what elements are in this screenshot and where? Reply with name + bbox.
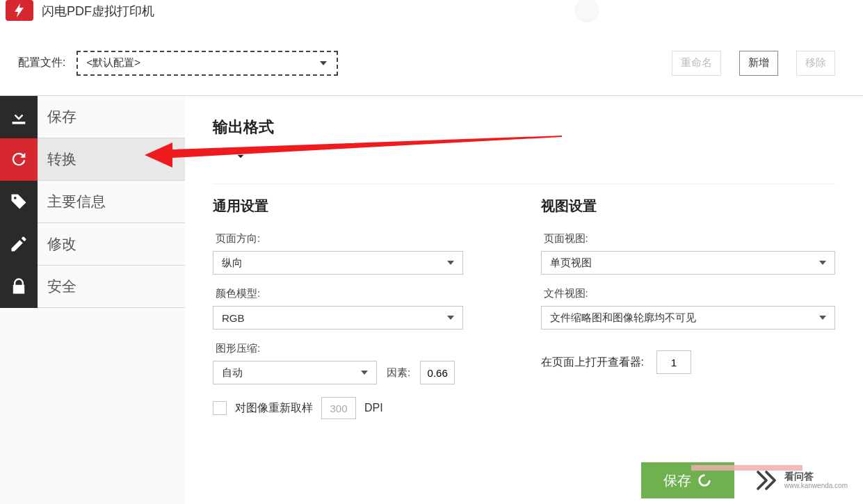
- save-button-label: 保存: [663, 471, 691, 490]
- page-orientation-value: 纵向: [222, 257, 243, 270]
- sidebar-item-convert[interactable]: 转换: [0, 138, 185, 181]
- app-title: 闪电PDF虚拟打印机: [42, 3, 154, 19]
- svg-point-2: [700, 475, 710, 486]
- file-view-value: 文件缩略图和图像轮廓均不可见: [550, 311, 696, 325]
- tag-icon: [0, 181, 38, 223]
- divider: [213, 184, 835, 184]
- profile-label: 配置文件:: [18, 56, 65, 70]
- resample-label: 对图像重新取样: [235, 401, 313, 416]
- rename-button[interactable]: 重命名: [672, 51, 721, 76]
- sidebar-item-label: 转换: [38, 149, 76, 169]
- chevron-down-icon: [447, 316, 454, 320]
- chevron-down-icon: [361, 371, 368, 375]
- chevron-down-icon: [819, 261, 826, 265]
- app-logo-icon: [6, 0, 33, 21]
- resample-dpi-input[interactable]: [321, 397, 356, 419]
- open-page-input[interactable]: [656, 350, 691, 374]
- watermark-name: 看问答: [784, 471, 848, 482]
- page-orientation-select[interactable]: 纵向: [213, 251, 463, 275]
- factor-label: 因素:: [387, 366, 410, 380]
- resample-checkbox[interactable]: [213, 401, 227, 415]
- pencil-icon: [0, 223, 38, 266]
- sidebar-item-label: 主要信息: [38, 192, 106, 211]
- page-orientation-label: 页面方向:: [216, 232, 508, 245]
- sidebar-item-label: 保存: [38, 107, 76, 127]
- factor-input[interactable]: [420, 361, 455, 384]
- content-panel: 输出格式 通用设置 页面方向: 纵向 颜色模型: RGB 图形压缩:: [185, 96, 863, 504]
- general-settings-column: 通用设置 页面方向: 纵向 颜色模型: RGB 图形压缩: 自动: [213, 197, 508, 419]
- profile-selected: <默认配置>: [86, 56, 140, 70]
- svg-marker-1: [145, 136, 562, 168]
- file-view-label: 文件视图:: [544, 287, 836, 300]
- profile-select[interactable]: <默认配置>: [76, 51, 338, 76]
- sidebar-item-security[interactable]: 安全: [0, 266, 185, 308]
- sidebar-item-save[interactable]: 保存: [0, 96, 185, 138]
- watermark-url: www.kanwenda.com: [784, 482, 848, 489]
- main-area: 保存 转换 主要信息 修改 安全: [0, 96, 863, 504]
- file-view-select[interactable]: 文件缩略图和图像轮廓均不可见: [541, 306, 836, 330]
- color-model-value: RGB: [222, 312, 245, 324]
- output-format-title: 输出格式: [213, 117, 835, 138]
- watermark: 看问答 www.kanwenda.com: [754, 468, 848, 493]
- open-page-label: 在页面上打开查看器:: [541, 355, 644, 370]
- compression-label: 图形压缩:: [216, 342, 508, 355]
- watermark-logo-icon: [754, 468, 779, 493]
- refresh-icon: [0, 138, 38, 181]
- compression-select[interactable]: 自动: [213, 361, 377, 384]
- chevron-down-icon: [447, 261, 454, 265]
- download-icon: [0, 96, 38, 138]
- sidebar: 保存 转换 主要信息 修改 安全: [0, 96, 185, 504]
- color-model-select[interactable]: RGB: [213, 306, 463, 330]
- add-button[interactable]: 新增: [739, 51, 778, 76]
- view-settings-column: 视图设置 页面视图: 单页视图 文件视图: 文件缩略图和图像轮廓均不可见 在页面…: [541, 197, 836, 419]
- view-settings-title: 视图设置: [541, 197, 836, 216]
- page-view-select[interactable]: 单页视图: [541, 251, 836, 275]
- profile-buttons: 重命名 新增 移除: [672, 51, 835, 76]
- sidebar-item-info[interactable]: 主要信息: [0, 181, 185, 223]
- page-view-label: 页面视图:: [544, 232, 836, 245]
- lock-icon: [0, 266, 38, 308]
- dpi-suffix: DPI: [364, 402, 383, 414]
- title-bar: 闪电PDF虚拟打印机: [0, 0, 863, 31]
- footer: 保存 看问答 www.kanwenda.com: [641, 457, 848, 504]
- header-orb-icon: [575, 0, 599, 22]
- sidebar-item-label: 修改: [38, 234, 76, 254]
- spinner-icon: [697, 473, 712, 488]
- compression-value: 自动: [222, 366, 243, 380]
- remove-button[interactable]: 移除: [796, 51, 835, 76]
- profile-bar: 配置文件: <默认配置> 重命名 新增 移除: [0, 31, 863, 96]
- chevron-down-icon: [819, 316, 826, 320]
- sidebar-item-modify[interactable]: 修改: [0, 223, 185, 266]
- chevron-down-icon: [320, 61, 327, 65]
- format-dropdown[interactable]: [221, 146, 260, 167]
- sidebar-item-label: 安全: [38, 277, 76, 296]
- page-view-value: 单页视图: [550, 257, 592, 270]
- color-model-label: 颜色模型:: [216, 287, 508, 300]
- svg-point-0: [14, 197, 17, 200]
- annotation-arrow-icon: [145, 134, 590, 176]
- general-settings-title: 通用设置: [213, 197, 508, 216]
